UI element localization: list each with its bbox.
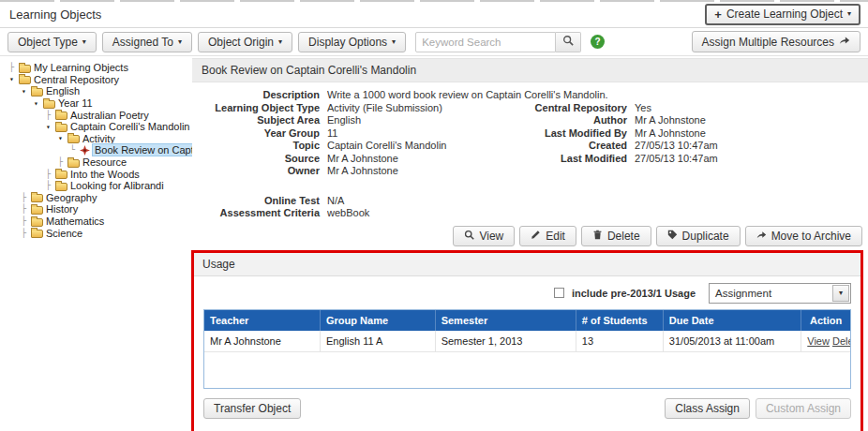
search-button[interactable] [556, 32, 581, 52]
detail-label-central-repository: Central Repository [515, 102, 627, 115]
class-assign-button[interactable]: Class Assign [665, 398, 750, 419]
tree-item-label: Book Review on Captain Corelli's Mandoli… [93, 144, 192, 156]
cell-group-name: English 11 A [321, 331, 436, 352]
tree-item-science[interactable]: ├Science [6, 227, 192, 239]
detail-value-last-modified: 27/05/13 10:47am [635, 153, 857, 166]
folder-icon [19, 65, 31, 73]
tree-item-my-learning-objects[interactable]: ├My Learning Objects [6, 62, 192, 74]
row-view-link[interactable]: View [807, 335, 830, 347]
detail-label-created: Created [515, 140, 627, 153]
detail-label-source: Source [192, 153, 320, 166]
folder-icon [43, 100, 55, 109]
tree-panel: ├My Learning Objects▾Central Repository▾… [0, 56, 192, 430]
usage-table-header-row: TeacherGroup NameSemester# of StudentsDu… [204, 310, 850, 331]
detail-value-created: 27/05/13 10:47am [635, 140, 857, 153]
caret-down-icon: ▾ [82, 38, 86, 46]
tree-connector-icon: ├ [44, 111, 52, 120]
tree-item-looking-for-alibrandi[interactable]: ├Looking for Alibrandi [6, 180, 192, 192]
content-area: ├My Learning Objects▾Central Repository▾… [0, 56, 868, 430]
cell-semester: Semester 1, 2013 [436, 331, 576, 352]
folder-icon [67, 159, 80, 168]
tree-item-year-11[interactable]: ▾Year 11 [6, 97, 192, 110]
detail-value-central-repository: Yes [635, 102, 857, 115]
filter-button-object-origin[interactable]: Object Origin▾ [198, 32, 292, 52]
detail-label-year-group: Year Group [192, 127, 320, 141]
usage-type-select-value: Assignment [715, 288, 771, 299]
tree-connector-icon: ├ [56, 157, 65, 167]
tree-item-label: Resource [82, 156, 127, 168]
tree-connector-icon: └ [68, 145, 77, 155]
caret-down-icon: ▾ [178, 38, 182, 46]
detail-value-learning-object-type: Activity (File Submission) [327, 102, 507, 115]
plus-icon: + [714, 7, 722, 22]
tree-item-mathematics[interactable]: ├Mathematics [6, 216, 192, 228]
learning-object-icon [80, 145, 90, 156]
delete-label: Delete [607, 230, 640, 243]
tree-item-label: Into the Woods [70, 169, 140, 180]
tree-connector-icon: ├ [20, 229, 28, 238]
transfer-object-button[interactable]: Transfer Object [203, 398, 301, 419]
tree-item-label: Captain Corelli's Mandolin [70, 121, 189, 132]
assign-multiple-resources-button[interactable]: Assign Multiple Resources [692, 31, 861, 52]
include-pre-usage-checkbox[interactable] [554, 288, 564, 298]
keyword-search [415, 32, 581, 52]
assign-multiple-resources-label: Assign Multiple Resources [702, 36, 834, 49]
detail-panel: Book Review on Captain Corelli's Mandoli… [192, 56, 868, 430]
detail-label-online-test: Online Test [192, 195, 320, 208]
column-header-semester: Semester [436, 310, 576, 331]
folder-icon [55, 111, 67, 120]
folder-icon [31, 194, 43, 202]
filter-button-object-type[interactable]: Object Type▾ [7, 32, 97, 52]
table-row: Mr A JohnstoneEnglish 11 ASemester 1, 20… [204, 331, 850, 352]
view-button[interactable]: View [453, 226, 515, 246]
expand-arrow-icon: ▾ [7, 75, 16, 83]
tree-item-australian-poetry[interactable]: ├Australian Poetry [6, 109, 192, 121]
tree-item-book-review-on-captain-corelli-s-mandolin[interactable]: └Book Review on Captain Corelli's Mandol… [6, 144, 192, 156]
filter-buttons: Object Type▾Assigned To▾Object Origin▾Di… [7, 32, 406, 52]
pencil-icon [531, 230, 541, 243]
custom-assign-button[interactable]: Custom Assign [756, 398, 851, 419]
move-to-archive-button[interactable]: Move to Archive [745, 226, 862, 246]
delete-button[interactable]: Delete [581, 226, 651, 246]
detail-label-author: Author [515, 114, 627, 127]
detail-value-online-test: N/A [327, 195, 857, 208]
class-assign-label: Class Assign [675, 402, 740, 415]
tree-item-into-the-woods[interactable]: ├Into the Woods [6, 168, 192, 180]
detail-grid: DescriptionWrite a 1000 word book review… [192, 82, 868, 178]
arrow-right-icon [756, 230, 767, 243]
tree-item-central-repository[interactable]: ▾Central Repository [6, 74, 192, 86]
filter-button-display-options[interactable]: Display Options▾ [298, 32, 406, 52]
filter-button-assigned-to[interactable]: Assigned To▾ [102, 32, 192, 52]
edit-button[interactable]: Edit [519, 226, 576, 246]
arrow-right-icon [839, 35, 850, 49]
duplicate-label: Duplicate [682, 230, 729, 243]
tree-item-label: My Learning Objects [34, 62, 128, 73]
page-title: Learning Objects [9, 7, 101, 22]
tree-item-geography[interactable]: ├Geography [6, 192, 192, 204]
detail-label-description: Description [192, 89, 320, 102]
cell-action: View Delete [801, 331, 850, 352]
help-icon[interactable]: ? [591, 35, 605, 49]
detail-value-description: Write a 1000 word book review on Captain… [327, 89, 857, 102]
tree-item-resource[interactable]: ├Resource [6, 156, 192, 169]
tree-item-activity[interactable]: ▾Activity [6, 133, 192, 145]
filter-button-label: Object Origin [208, 36, 274, 49]
tree-item-history[interactable]: ├History [6, 203, 192, 216]
row-delete-link[interactable]: Delete [832, 335, 850, 347]
usage-controls: include pre-2013/1 Usage Assignment ▾ [194, 276, 861, 309]
detail-label-owner: Owner [192, 165, 320, 178]
keyword-search-input[interactable] [415, 32, 556, 52]
tree-item-label: Looking for Alibrandi [70, 180, 164, 191]
filter-button-label: Object Type [18, 36, 78, 49]
detail-grid-extra: Online TestN/AAssessment CriteriawebBook [192, 188, 868, 220]
detail-value-assessment-criteria: webBook [327, 207, 857, 220]
tree-item-label: Geography [46, 192, 97, 203]
create-learning-object-label: Create Learning Object [726, 7, 843, 21]
usage-type-select[interactable]: Assignment ▾ [709, 283, 851, 304]
tree-item-captain-corelli-s-mandolin[interactable]: ▾Captain Corelli's Mandolin [6, 121, 192, 133]
detail-value-empty [635, 165, 857, 178]
duplicate-button[interactable]: Duplicate [656, 226, 741, 246]
detail-actions: ViewEditDeleteDuplicateMove to Archive [192, 220, 868, 248]
create-learning-object-button[interactable]: + Create Learning Object ▾ [705, 4, 861, 25]
tree-item-english[interactable]: ▾English [6, 85, 192, 97]
